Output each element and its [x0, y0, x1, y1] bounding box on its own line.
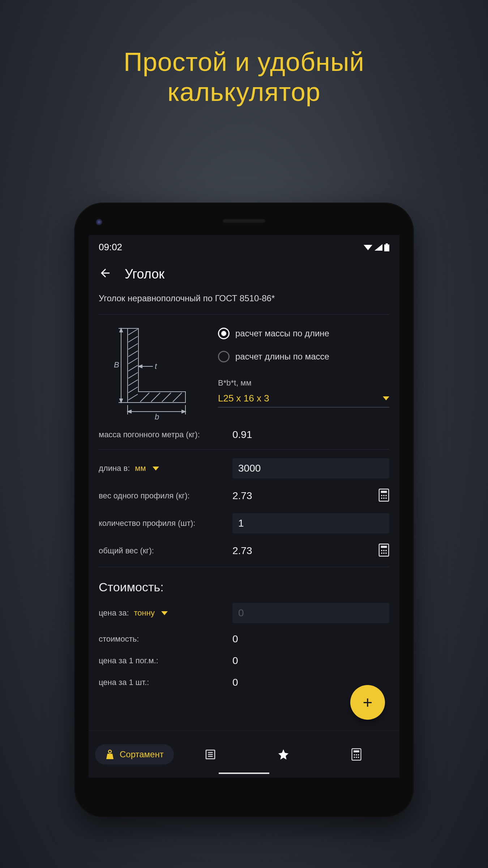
svg-line-13: [151, 393, 160, 402]
svg-point-35: [385, 550, 387, 551]
length-unit-select[interactable]: мм: [135, 464, 159, 473]
svg-point-39: [108, 750, 111, 753]
app-header: Уголок: [89, 256, 399, 290]
svg-line-10: [128, 387, 138, 393]
row-qty: количество профиля (шт): 1: [89, 508, 399, 539]
diagram-label-B: B: [114, 360, 119, 369]
svg-point-49: [354, 757, 355, 758]
svg-rect-0: [384, 244, 389, 251]
radio-icon: [218, 351, 230, 362]
svg-point-25: [381, 495, 382, 496]
calculator-icon: [378, 489, 389, 502]
svg-line-11: [128, 394, 138, 400]
value-total-weight: 2.73: [232, 545, 371, 557]
wifi-icon: [363, 244, 373, 251]
diagram-label-t: t: [155, 362, 157, 371]
input-length[interactable]: 3000: [232, 458, 389, 478]
chevron-down-icon: [161, 611, 168, 615]
value-per-pogm: 0: [232, 655, 389, 667]
top-section: B b t расчет массы по длине расчет длины…: [89, 318, 399, 424]
label-length: длина в: мм: [99, 464, 225, 473]
diagram-label-b: b: [155, 412, 159, 421]
svg-line-8: [128, 373, 138, 378]
input-price[interactable]: 0: [232, 603, 389, 623]
radio-by-mass[interactable]: расчет длины по массе: [218, 348, 389, 371]
nav-favorites[interactable]: [247, 748, 320, 761]
svg-point-38: [385, 552, 387, 554]
row-single-weight: вес одного профиля (кг): 2.73: [89, 484, 399, 508]
label-per-pogm: цена за 1 пог.м.:: [99, 656, 225, 665]
svg-rect-24: [381, 491, 387, 493]
radio-icon: [218, 328, 230, 339]
svg-point-30: [385, 497, 387, 499]
subtitle: Уголок неравнополочный по ГОСТ 8510-86*: [89, 290, 399, 311]
label-price-per: цена за: тонну: [99, 608, 225, 618]
value-cost: 0: [232, 633, 389, 645]
price-unit-select[interactable]: тонну: [134, 608, 168, 618]
divider: [99, 314, 389, 315]
svg-point-28: [381, 497, 382, 499]
svg-point-48: [358, 754, 359, 756]
svg-point-26: [383, 495, 385, 496]
row-per-pogm: цена за 1 пог.м.: 0: [89, 650, 399, 672]
svg-rect-32: [381, 546, 387, 548]
list-icon: [205, 749, 216, 760]
profile-diagram: B b t: [99, 325, 207, 422]
row-price-per: цена за: тонну 0: [89, 598, 399, 628]
size-select[interactable]: L25 x 16 x 3: [218, 393, 389, 408]
label-mass-per-meter: масса погонного метра (кг):: [99, 430, 225, 439]
calculator-icon: [378, 544, 389, 557]
phone-frame: 09:02 Уголок Уголок неравнополочный по Г…: [74, 203, 414, 817]
svg-rect-1: [386, 243, 388, 244]
value-mass-per-meter: 0.91: [232, 429, 389, 441]
size-param-label: B*b*t, мм: [218, 378, 389, 388]
cost-section-title: Стоимость:: [89, 571, 399, 598]
phone-speaker: [222, 219, 266, 223]
svg-point-34: [383, 550, 385, 551]
nav-sortament-label: Сортамент: [120, 749, 164, 760]
row-cost: стоимость: 0: [89, 628, 399, 650]
length-unit-value: мм: [135, 464, 146, 473]
home-indicator: [219, 773, 269, 774]
divider: [99, 449, 389, 450]
svg-point-33: [381, 550, 382, 551]
fab-add[interactable]: +: [350, 685, 385, 720]
calc-icon-button[interactable]: [378, 544, 389, 558]
back-button[interactable]: [99, 267, 112, 282]
radio-by-mass-label: расчет длины по массе: [235, 352, 329, 362]
svg-line-2: [128, 329, 138, 335]
label-single-weight: вес одного профиля (кг):: [99, 491, 225, 501]
status-time: 09:02: [99, 242, 122, 253]
page-title: Уголок: [125, 267, 164, 282]
nav-list[interactable]: [174, 749, 247, 760]
label-total-weight: общий вес (кг):: [99, 546, 225, 556]
svg-point-50: [356, 757, 357, 758]
calc-icon-button[interactable]: [378, 489, 389, 503]
svg-point-27: [385, 495, 387, 496]
svg-line-14: [162, 393, 171, 402]
promo-title: Простой и удобный калькулятор: [0, 0, 488, 107]
svg-point-46: [354, 754, 355, 756]
star-icon: [277, 748, 290, 761]
nav-calculator[interactable]: [320, 748, 393, 761]
label-per-piece: цена за 1 шт.:: [99, 678, 225, 687]
promo-line-1: Простой и удобный: [0, 47, 488, 77]
svg-point-37: [383, 552, 385, 554]
svg-rect-45: [354, 750, 359, 752]
svg-point-29: [383, 497, 385, 499]
row-length: длина в: мм 3000: [89, 453, 399, 484]
status-icons: [363, 243, 389, 251]
chevron-down-icon: [383, 396, 389, 400]
svg-line-6: [128, 358, 138, 364]
nav-sortament[interactable]: Сортамент: [95, 744, 174, 765]
status-bar: 09:02: [89, 235, 399, 256]
input-qty[interactable]: 1: [232, 513, 389, 533]
calculator-icon: [351, 748, 362, 761]
label-qty: количество профиля (шт):: [99, 519, 225, 528]
bottom-nav: Сортамент: [89, 731, 399, 778]
svg-line-15: [173, 393, 182, 402]
radio-by-length[interactable]: расчет массы по длине: [218, 325, 389, 348]
label-price-per-text: цена за:: [99, 608, 129, 618]
battery-icon: [384, 243, 389, 251]
chevron-down-icon: [153, 467, 159, 471]
